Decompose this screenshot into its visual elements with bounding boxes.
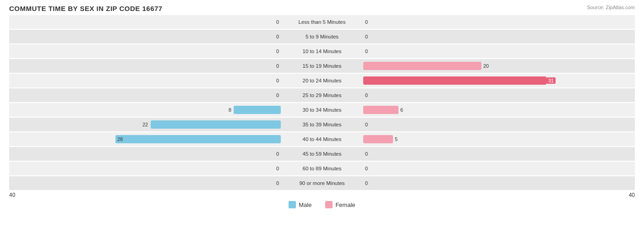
chart-container: COMMUTE TIME BY SEX IN ZIP CODE 16677 So… [0, 0, 644, 239]
male-bar-value: 28 [117, 136, 123, 142]
male-bar: 22 [151, 120, 281, 129]
table-row: 020 to 24 Minutes31 [9, 74, 635, 87]
female-bar-section: 0 [363, 44, 635, 58]
female-bar-value: 6 [400, 107, 403, 113]
male-zero-label: 0 [276, 63, 279, 69]
female-bar-value: 31 [546, 77, 556, 84]
source-label: Source: ZipAtlas.com [587, 5, 635, 10]
female-zero-label: 0 [365, 180, 368, 186]
male-bar-section: 28 [9, 132, 281, 146]
male-bar-section: 0 [9, 15, 281, 29]
female-bar-section: 0 [363, 15, 635, 29]
axis-labels: 40 40 [9, 192, 635, 198]
female-bar-section: 0 [363, 118, 635, 131]
table-row: 05 to 9 Minutes0 [9, 30, 635, 43]
female-bar: 6 [363, 106, 398, 114]
axis-left: 40 [9, 192, 15, 198]
male-bar-value: 22 [142, 122, 148, 127]
table-row: 830 to 34 Minutes6 [9, 103, 635, 117]
female-bar-section: 6 [363, 103, 635, 117]
female-bar: 5 [363, 135, 393, 143]
female-bar: 31 [363, 76, 546, 85]
chart-title: COMMUTE TIME BY SEX IN ZIP CODE 16677 [9, 5, 635, 12]
table-row: 2235 to 39 Minutes0 [9, 118, 635, 131]
female-bar-value: 5 [395, 136, 398, 142]
legend-male-label: Male [299, 201, 311, 208]
row-label: 90 or more Minutes [281, 180, 363, 186]
legend-male: Male [289, 201, 311, 208]
female-bar: 20 [363, 62, 481, 70]
row-label: 15 to 19 Minutes [281, 63, 363, 69]
axis-right: 40 [629, 192, 635, 198]
row-label: 30 to 34 Minutes [281, 107, 363, 113]
row-label: Less than 5 Minutes [281, 19, 363, 25]
male-bar-section: 0 [9, 88, 281, 102]
legend: Male Female [9, 201, 635, 208]
male-bar: 8 [234, 106, 281, 114]
female-zero-label: 0 [365, 49, 368, 54]
male-bar-section: 0 [9, 147, 281, 161]
table-row: 025 to 29 Minutes0 [9, 88, 635, 102]
male-bar-section: 0 [9, 59, 281, 73]
row-label: 35 to 39 Minutes [281, 122, 363, 127]
row-label: 25 to 29 Minutes [281, 92, 363, 98]
male-bar-section: 0 [9, 30, 281, 43]
male-bar-section: 0 [9, 44, 281, 58]
chart-area: 0Less than 5 Minutes005 to 9 Minutes0010… [9, 15, 635, 191]
legend-female-box [325, 201, 333, 208]
legend-female: Female [325, 201, 355, 208]
male-zero-label: 0 [276, 151, 279, 157]
male-bar-value: 8 [229, 107, 231, 113]
row-label: 45 to 59 Minutes [281, 151, 363, 157]
table-row: 090 or more Minutes0 [9, 176, 635, 190]
male-zero-label: 0 [276, 78, 279, 83]
female-zero-label: 0 [365, 151, 368, 157]
female-bar-value: 20 [483, 63, 489, 69]
legend-female-label: Female [335, 201, 355, 208]
male-zero-label: 0 [276, 49, 279, 54]
table-row: 045 to 59 Minutes0 [9, 147, 635, 161]
female-bar-section: 5 [363, 132, 635, 146]
male-bar-section: 0 [9, 74, 281, 87]
female-bar-section: 0 [363, 176, 635, 190]
male-bar-section: 8 [9, 103, 281, 117]
male-bar-section: 0 [9, 162, 281, 175]
female-zero-label: 0 [365, 92, 368, 98]
female-zero-label: 0 [365, 166, 368, 171]
row-label: 20 to 24 Minutes [281, 78, 363, 83]
male-bar: 28 [115, 135, 281, 143]
female-zero-label: 0 [365, 19, 368, 25]
legend-male-box [289, 201, 296, 208]
male-zero-label: 0 [276, 19, 279, 25]
female-zero-label: 0 [365, 122, 368, 127]
male-bar-section: 0 [9, 176, 281, 190]
table-row: 060 to 89 Minutes0 [9, 162, 635, 175]
female-bar-section: 0 [363, 162, 635, 175]
male-bar-section: 22 [9, 118, 281, 131]
male-zero-label: 0 [276, 166, 279, 171]
female-bar-section: 31 [363, 74, 635, 87]
table-row: 0Less than 5 Minutes0 [9, 15, 635, 29]
female-bar-section: 0 [363, 88, 635, 102]
row-label: 40 to 44 Minutes [281, 136, 363, 142]
female-zero-label: 0 [365, 34, 368, 39]
female-bar-section: 20 [363, 59, 635, 73]
row-label: 60 to 89 Minutes [281, 166, 363, 171]
male-zero-label: 0 [276, 34, 279, 39]
female-bar-section: 0 [363, 147, 635, 161]
female-bar-section: 0 [363, 30, 635, 43]
row-label: 5 to 9 Minutes [281, 34, 363, 39]
male-zero-label: 0 [276, 180, 279, 186]
table-row: 010 to 14 Minutes0 [9, 44, 635, 58]
table-row: 015 to 19 Minutes20 [9, 59, 635, 73]
male-zero-label: 0 [276, 92, 279, 98]
table-row: 2840 to 44 Minutes5 [9, 132, 635, 146]
row-label: 10 to 14 Minutes [281, 49, 363, 54]
